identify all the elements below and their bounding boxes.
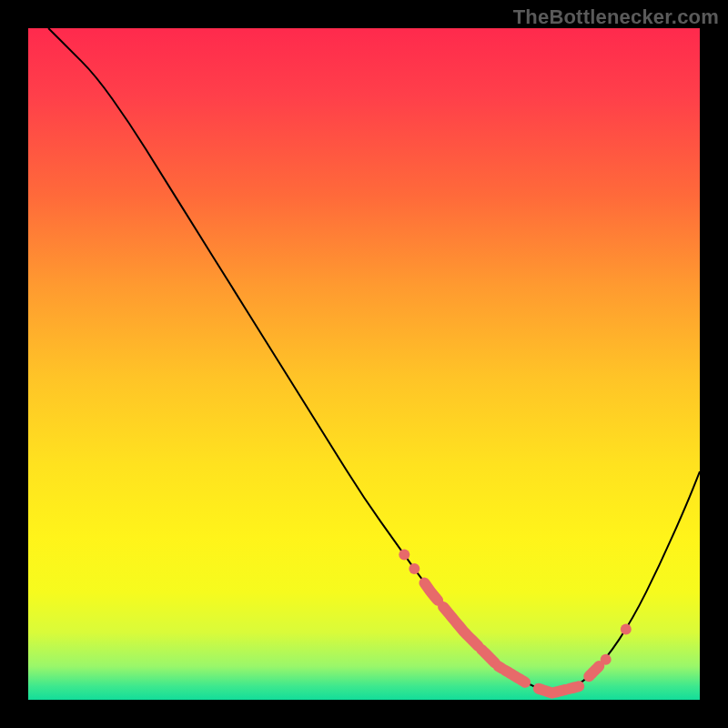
curve-markers — [399, 550, 632, 693]
bottleneck-curve — [48, 28, 700, 692]
curve-segment-marker — [505, 671, 525, 682]
curve-segment-marker — [539, 689, 566, 693]
curve-segment-marker — [424, 583, 438, 601]
curve-dot-marker — [601, 654, 612, 665]
curve-segment-marker — [589, 666, 599, 676]
curve-segment-marker — [569, 686, 579, 689]
curve-dot-marker — [621, 624, 632, 635]
chart-svg — [28, 28, 700, 700]
curve-dot-marker — [399, 550, 410, 561]
curve-dot-marker — [409, 563, 420, 574]
curve-segment-marker — [443, 607, 478, 646]
curve-segment-marker — [481, 650, 495, 663]
chart-plot-area — [27, 27, 701, 701]
watermark-text: TheBottlenecker.com — [513, 5, 719, 29]
